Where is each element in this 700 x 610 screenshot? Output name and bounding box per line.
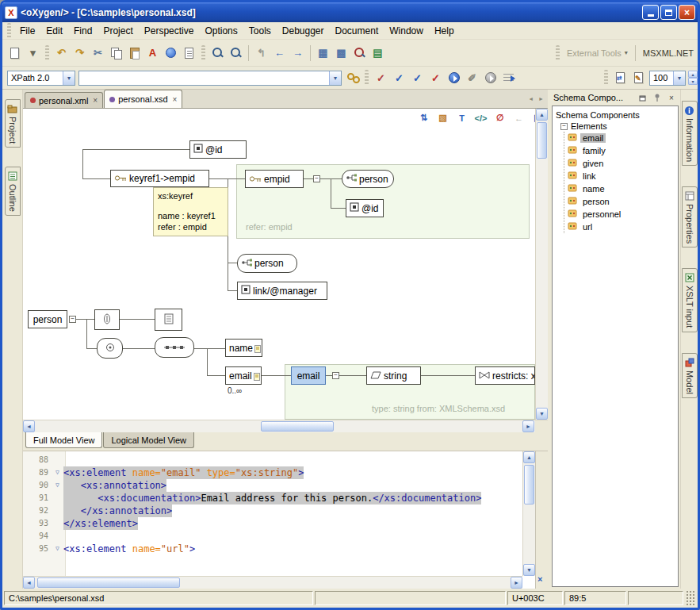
menu-debugger[interactable]: Debugger — [277, 24, 330, 38]
editor-tab-personal.xml[interactable]: personal.xml× — [25, 92, 103, 108]
editor-tab-personal.xsd[interactable]: personal.xsd× — [104, 90, 182, 108]
validation-scenario-icon[interactable]: ✓ — [427, 69, 445, 86]
scroll-right-icon[interactable]: ► — [511, 577, 522, 589]
source-horizontal-scrollbar[interactable]: ◄ ► — [23, 576, 522, 589]
text-view-icon[interactable]: T — [455, 111, 469, 125]
email-selected-node[interactable]: email — [291, 366, 326, 385]
tab-xslt-input[interactable]: XSLT input — [682, 268, 698, 332]
title-bar[interactable]: X <oXygen/> - [C:\samples\personal.xsd] … — [2, 2, 698, 22]
tab-model[interactable]: Model — [682, 353, 698, 398]
last-modification-icon[interactable]: ↰ — [252, 44, 270, 62]
expander-icon[interactable]: − — [332, 372, 339, 379]
paste-icon[interactable] — [125, 44, 143, 62]
close-view-icon[interactable]: × — [537, 574, 542, 584]
tree-item-url[interactable]: url — [568, 221, 676, 233]
canvas-horizontal-scrollbar[interactable]: ◄ ► — [23, 420, 548, 432]
schema-diagram-canvas[interactable]: @id keyref1->empid xs:keyref name : keyr… — [23, 109, 548, 420]
menu-options[interactable]: Options — [199, 24, 243, 38]
collapse-icon[interactable]: − — [560, 123, 568, 130]
source-line[interactable]: 88 — [23, 454, 522, 466]
link-manager-node[interactable]: link/@manager — [237, 282, 327, 300]
xpath-version-combo[interactable]: XPath 2.0▾ — [7, 71, 75, 86]
apply-transformation-icon[interactable] — [445, 69, 463, 86]
line-content[interactable]: </xs:annotation> — [63, 504, 172, 517]
close-panel-icon[interactable]: × — [666, 92, 677, 103]
review-grid-icon[interactable]: ▤ — [369, 44, 387, 62]
scroll-up-icon[interactable]: ▲ — [536, 109, 548, 121]
source-vertical-scrollbar[interactable]: ▲ ▼ — [522, 451, 535, 576]
toolbar-grip[interactable] — [556, 45, 560, 61]
restore-button[interactable] — [660, 5, 677, 20]
tree-item-email[interactable]: email — [568, 132, 676, 144]
person-reference-node[interactable]: person — [342, 170, 394, 188]
menu-tools[interactable]: Tools — [243, 24, 277, 38]
tree-item-person[interactable]: person — [568, 195, 676, 208]
xpath-expression-combo[interactable]: ▾ — [78, 71, 342, 86]
tab-properties[interactable]: Properties — [682, 186, 698, 247]
zoom-spinner[interactable]: ▴▾ — [688, 71, 698, 85]
toolbar-grip[interactable] — [365, 70, 369, 86]
float-panel-icon[interactable] — [637, 92, 648, 103]
scroll-thumb[interactable] — [261, 421, 334, 432]
menu-find[interactable]: Find — [68, 24, 98, 38]
no-markup-icon[interactable]: ∅ — [493, 111, 507, 125]
expander-icon[interactable]: − — [313, 175, 320, 182]
attribute-node-id[interactable]: @id — [189, 140, 247, 159]
spin-down-icon[interactable]: ▾ — [688, 78, 698, 85]
sequence-node[interactable] — [155, 337, 194, 358]
menu-project[interactable]: Project — [98, 24, 138, 38]
tab-scroll-left-icon[interactable]: ◄ — [526, 96, 536, 102]
zoom-combo[interactable]: 100▾ — [649, 71, 686, 86]
tab-information[interactable]: Information — [682, 101, 698, 166]
source-line[interactable]: 91 <xs:documentation>Email address for t… — [23, 492, 522, 504]
person-element-node[interactable]: person — [28, 310, 67, 328]
tab-project[interactable]: Project — [5, 99, 21, 148]
tab-scroll-right-icon[interactable]: ► — [536, 96, 546, 102]
tags-view-icon[interactable]: </> — [474, 111, 488, 125]
menu-grip[interactable] — [7, 23, 11, 39]
line-content[interactable]: <xs:element name="url"> — [63, 543, 195, 555]
line-content[interactable]: </xs:element> — [63, 517, 138, 530]
resize-grip[interactable] — [685, 591, 696, 605]
toolbar-grip[interactable] — [45, 45, 49, 61]
edit-scenario-icon[interactable] — [629, 69, 648, 86]
scroll-thumb[interactable] — [37, 577, 180, 588]
open-selection-icon[interactable] — [611, 69, 629, 86]
email-element-node[interactable]: email — [225, 366, 262, 385]
menu-file[interactable]: File — [14, 24, 40, 38]
copy-icon[interactable] — [107, 44, 125, 62]
msxml-dropdown[interactable]: MSXML.NET — [639, 48, 698, 58]
tab-close-icon[interactable]: × — [173, 95, 178, 104]
menu-help[interactable]: Help — [429, 24, 460, 38]
expand-collapse-icon[interactable]: ⇅ — [417, 111, 430, 125]
tree-item-link[interactable]: link — [568, 170, 676, 182]
panel-header[interactable]: Schema Compo... × — [550, 90, 680, 106]
fold-icon[interactable]: ▽ — [52, 479, 63, 492]
tree-item-personnel[interactable]: personnel — [568, 208, 676, 221]
debug-icon[interactable]: ✐ — [463, 69, 481, 86]
format-indent-icon[interactable] — [162, 44, 180, 62]
scroll-thumb[interactable] — [537, 122, 547, 159]
undo-icon[interactable]: ↶ — [52, 44, 71, 62]
source-line[interactable]: 92 </xs:annotation> — [23, 504, 522, 517]
scroll-left-icon[interactable]: ◄ — [23, 420, 35, 432]
scroll-down-icon[interactable]: ▼ — [536, 408, 548, 420]
configure-transformation-icon[interactable] — [499, 69, 518, 86]
print-icon[interactable] — [180, 44, 198, 62]
keyref-node[interactable]: keyref1->empid — [110, 170, 209, 187]
documentation-node[interactable] — [155, 309, 182, 331]
expander-icon[interactable]: − — [69, 316, 76, 323]
tab-close-icon[interactable]: × — [93, 96, 98, 105]
back-icon[interactable]: ← — [270, 44, 289, 62]
line-content[interactable]: <xs:documentation>Email address for this… — [63, 492, 481, 504]
attribute-node-id-inner[interactable]: @id — [346, 199, 384, 217]
validate-schema-icon[interactable]: ✓ — [408, 69, 427, 86]
canvas-vertical-scrollbar[interactable]: ▲ ▼ — [535, 109, 548, 420]
dropdown-arrow-icon[interactable]: ▾ — [673, 71, 685, 85]
line-content[interactable]: <xs:annotation> — [63, 479, 166, 492]
tree-item-given[interactable]: given — [568, 157, 676, 170]
pin-panel-icon[interactable] — [652, 92, 663, 103]
spin-up-icon[interactable]: ▴ — [688, 71, 698, 78]
menu-window[interactable]: Window — [384, 24, 429, 38]
scroll-left-icon[interactable]: ◄ — [23, 577, 35, 589]
